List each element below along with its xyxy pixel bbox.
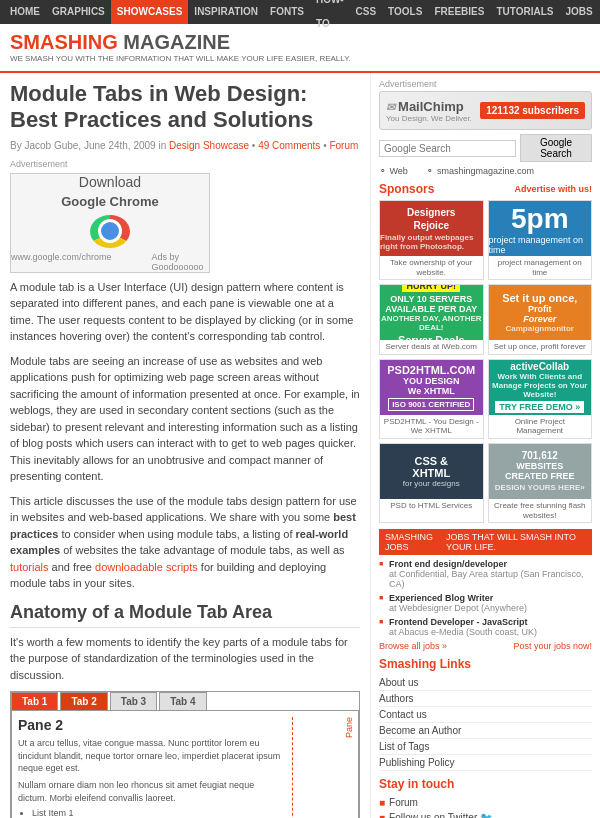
jobs-subtitle: JOBS THAT WILL SMASH INTO YOUR LIFE. [446,532,586,552]
sponsor-grid: Designers Rejoice Finally output webpage… [379,200,592,523]
stay-touch-twitter[interactable]: ■ Follow us on Twitter 🐦 [379,810,592,818]
jobs-list: Front end design/developer at Confidenti… [379,559,592,637]
ad-url: www.google.com/chrome [11,252,112,272]
meta-link-forum[interactable]: Forum [329,140,358,151]
mailchimp-ad[interactable]: ✉ MailChimp You Design. We Deliver. 1211… [379,91,592,130]
search-button[interactable]: Google Search [520,134,592,162]
nav-item-how-to[interactable]: HOW-TO [310,0,350,36]
top-navigation: HOMEGRAPHICSSHOWCASESINSPIRATIONFONTSHOW… [0,0,600,24]
sponsor-server-deals[interactable]: HURRY UP! ONLY 10 SERVERS AVAILABLE PER … [379,284,484,355]
search-option-web[interactable]: ⚬ Web [379,166,416,176]
sponsor-css-xhtml[interactable]: CSS & XHTML for your designs PSD to HTML… [379,443,484,523]
sidebar-ad-label: Advertisement [379,79,592,89]
job-item-1: Front end design/developer at Confidenti… [379,559,592,589]
tab-pane-text: Ut a arcu tellus, vitae congue massa. Nu… [18,737,284,775]
para3-mid: to consider when using module tabs, a li… [61,528,292,540]
nav-item-home[interactable]: HOME [4,0,46,24]
nav-item-graphics[interactable]: GRAPHICS [46,0,111,24]
advertise-link[interactable]: Advertise with us! [514,184,592,194]
sponsor-flash[interactable]: 701,612 WEBSITES CREATED FREE DESIGN YOU… [488,443,593,523]
job-item-3: Frontend Developer - JavaScript at Abacu… [379,617,592,637]
jobs-title: SMASHING JOBS [385,532,442,552]
job-item-2: Experienced Blog Writer at Webdesigner D… [379,593,592,613]
logo-red: SMASHING [10,31,118,53]
links-list-item[interactable]: About us [379,675,592,691]
nav-item-tools[interactable]: TOOLS [382,0,428,24]
nav-item-fonts[interactable]: FONTS [264,0,310,24]
link-policy[interactable]: Publishing Policy [379,757,455,768]
tab-button-2[interactable]: Tab 2 [60,692,107,710]
job-title: Frontend Developer - JavaScript [389,617,592,627]
tab-button-4[interactable]: Tab 4 [159,692,206,710]
stay-touch-forum[interactable]: ■ Forum [379,795,592,810]
article-para1: A module tab is a User Interface (UI) de… [10,279,360,345]
links-list-item[interactable]: Contact us [379,707,592,723]
para3-end: of websites the take advantage of module… [63,544,344,556]
post-job-link[interactable]: Post your jobs now! [513,641,592,651]
sponsor-caption: PSD to HTML Services [380,499,483,513]
links-list-item[interactable]: Publishing Policy [379,755,592,771]
main-content: Module Tabs in Web Design: Best Practice… [0,73,370,818]
nav-item-showcases[interactable]: SHOWCASES [111,0,189,24]
sponsor-activecollab[interactable]: activeCollab Work With Clients and Manag… [488,359,593,439]
tab-pane-text2: Nullam ornare diam non leo rhoncus sit a… [18,779,284,804]
job-title: Front end design/developer [389,559,592,569]
link-authors[interactable]: Authors [379,693,413,704]
tab-button-1[interactable]: Tab 1 [11,692,58,710]
link-contact[interactable]: Contact us [379,709,427,720]
nav-item-tutorials[interactable]: TUTORIALS [490,0,559,24]
stay-touch-twitter-label: Follow us on Twitter 🐦 [389,812,492,818]
article-para3: This article discusses the use of the mo… [10,493,360,592]
tab-button-3[interactable]: Tab 3 [110,692,157,710]
para3-scripts-link[interactable]: downloadable scripts [95,561,198,573]
sponsor-caption: Online Project Management [489,415,592,438]
para3-and: and free [52,561,92,573]
article-meta: By Jacob Gube, June 24th, 2009 in Design… [10,140,360,151]
meta-link-showcase[interactable]: Design Showcase [169,140,249,151]
sidebar: Advertisement ✉ MailChimp You Design. We… [370,73,600,818]
tab-diagram: Tab 1 Tab 2 Tab 3 Tab 4 Pane 2 Ut a arcu… [10,691,360,818]
sponsor-psd2html[interactable]: PSD2HTML.COM YOU DESIGN We XHTML ISO 900… [379,359,484,439]
meta-link-comments[interactable]: 49 Comments [258,140,320,151]
sponsors-title: Sponsors [379,182,434,196]
smashing-links-list: About us Authors Contact us Become an Au… [379,675,592,771]
logo-gray: MAGAZINE [118,31,230,53]
sponsor-5pm[interactable]: 5pm project management on time project m… [488,200,593,280]
links-list-item[interactable]: Authors [379,691,592,707]
sponsor-designers-rejoice[interactable]: Designers Rejoice Finally output webpage… [379,200,484,280]
links-list-item[interactable]: List of Tags [379,739,592,755]
link-become-author[interactable]: Become an Author [379,725,461,736]
search-option-site[interactable]: ⚬ smashingmagazine.com [426,166,542,176]
stay-touch-title: Stay in touch [379,777,454,791]
nav-item-freebies[interactable]: FREEBIES [428,0,490,24]
sponsor-caption: Server deals at iWeb.com [380,340,483,354]
chrome-logo-icon [90,215,130,248]
link-tags[interactable]: List of Tags [379,741,429,752]
sponsor-caption: Create free stunning flash websites! [489,499,592,522]
chrome-ad-box[interactable]: Download Google Chrome www.google.com/ch… [10,173,210,273]
search-input[interactable] [379,140,516,157]
forum-icon: ■ [379,797,385,808]
logo-subtitle: WE SMASH YOU WITH THE INFORMATION THAT W… [10,54,351,63]
jobs-header: SMASHING JOBS JOBS THAT WILL SMASH INTO … [379,529,592,555]
nav-item-jobs[interactable]: JOBS [559,0,598,24]
browse-jobs-link[interactable]: Browse all jobs » [379,641,447,651]
links-list-item[interactable]: Become an Author [379,723,592,739]
job-location: at Abacus e-Media (South coast, UK) [389,627,592,637]
mailchimp-tagline: You Design. We Deliver. [386,114,472,123]
nav-item-inspiration[interactable]: INSPIRATION [188,0,264,24]
advertisement-label: Advertisement [10,159,360,169]
stay-touch-header: Stay in touch [379,777,592,791]
links-title: Smashing Links [379,657,471,671]
sponsor-caption: PSD2HTML - You Design - We XHTML [380,415,483,438]
link-about[interactable]: About us [379,677,418,688]
mailchimp-logo: ✉ MailChimp [386,98,472,114]
nav-item-css[interactable]: CSS [350,0,383,24]
tab-pane: Pane 2 Ut a arcu tellus, vitae congue ma… [11,710,359,818]
search-options: ⚬ Web ⚬ smashingmagazine.com [379,166,592,176]
section1-intro: It's worth a few moments to identify the… [10,634,360,684]
para3-tutorials-link[interactable]: tutorials [10,561,49,573]
sponsor-campaignmonitor[interactable]: Set it up once, Profit Forever Campaignm… [488,284,593,355]
ad-subtitle: Google Chrome [61,194,159,209]
site-logo: SMASHING MAGAZINE [10,32,351,52]
